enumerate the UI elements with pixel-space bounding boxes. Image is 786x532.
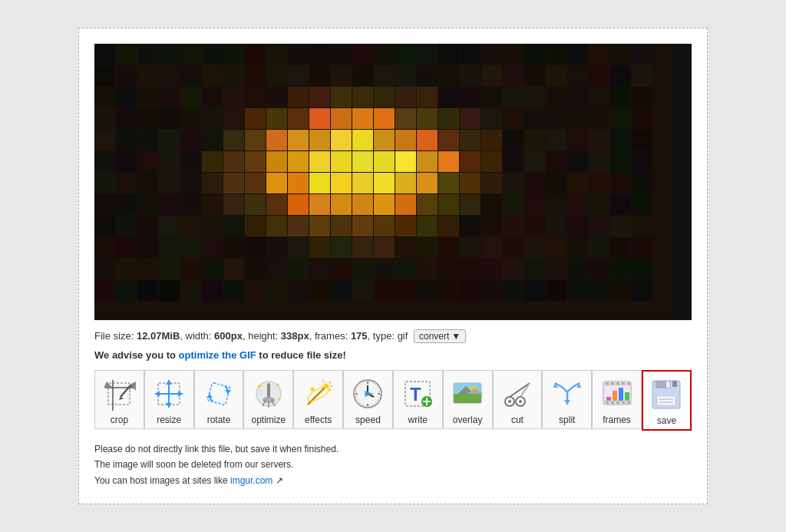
overlay-icon (449, 375, 486, 412)
svg-point-26 (278, 397, 280, 399)
svg-rect-85 (657, 396, 675, 405)
split-button[interactable]: split (542, 370, 592, 429)
frames-button[interactable]: frames (592, 370, 642, 429)
svg-marker-12 (166, 403, 172, 408)
svg-text:T: T (410, 384, 421, 405)
svg-marker-66 (564, 400, 570, 405)
file-size-value: 12.07MiB (137, 330, 180, 342)
frames-label: , frames: (309, 330, 351, 342)
overlay-label: overlay (453, 415, 483, 425)
write-button[interactable]: T write (393, 370, 443, 429)
optimize-label: optimize (252, 415, 286, 425)
svg-point-62 (519, 400, 522, 403)
rotate-label: rotate (207, 415, 231, 425)
svg-rect-74 (606, 382, 609, 385)
svg-point-24 (258, 385, 261, 388)
svg-rect-76 (616, 382, 619, 385)
gif-canvas (94, 44, 674, 320)
resize-label: resize (157, 415, 181, 425)
optimize-button[interactable]: optimize (243, 370, 293, 429)
type-label: , type: (368, 330, 398, 342)
crop-label: crop (111, 415, 128, 425)
resize-button[interactable]: resize (144, 370, 194, 429)
footer-line1: Please do not directly link this file, b… (94, 444, 339, 454)
svg-point-61 (508, 400, 511, 403)
svg-rect-78 (627, 382, 630, 385)
image-preview-area (94, 44, 692, 320)
speed-button[interactable]: speed (343, 370, 393, 429)
cut-button[interactable]: cut (493, 370, 543, 429)
rotate-button[interactable]: rotate (194, 370, 244, 429)
type-value: gif (398, 330, 408, 342)
svg-rect-90 (672, 381, 677, 387)
optimize-link[interactable]: optimize the GIF (179, 349, 256, 361)
svg-rect-77 (622, 382, 625, 385)
cut-icon (499, 375, 536, 412)
resize-icon (150, 375, 187, 412)
frames-value: 175 (351, 330, 368, 342)
svg-marker-11 (166, 380, 172, 385)
svg-marker-14 (178, 391, 183, 397)
write-icon: T (399, 375, 436, 412)
svg-rect-82 (622, 401, 625, 404)
overlay-button[interactable]: overlay (443, 370, 493, 429)
optimize-icon (250, 375, 287, 412)
convert-label: convert (419, 331, 449, 342)
save-label: save (657, 415, 676, 426)
crop-icon (101, 375, 137, 412)
svg-rect-15 (207, 382, 230, 405)
write-label: write (408, 415, 428, 425)
svg-marker-13 (155, 391, 160, 397)
split-label: split (559, 415, 575, 425)
svg-rect-80 (611, 401, 614, 404)
file-size-label: File size: (94, 330, 137, 342)
effects-icon (300, 375, 337, 412)
svg-marker-3 (104, 382, 113, 388)
width-value: 600px (214, 330, 243, 342)
effects-label: effects (305, 415, 332, 425)
speed-label: speed (355, 415, 381, 425)
cut-label: cut (511, 415, 523, 425)
optimize-prefix: We advise you to (94, 349, 179, 361)
svg-rect-81 (616, 401, 619, 404)
svg-line-30 (329, 382, 331, 383)
effects-button[interactable]: effects (293, 370, 343, 429)
svg-line-60 (520, 383, 530, 397)
svg-rect-75 (611, 382, 614, 385)
height-value: 338px (281, 330, 309, 342)
frames-icon (599, 375, 636, 412)
rotate-icon (200, 375, 237, 412)
convert-button[interactable]: convert ▼ (414, 329, 466, 343)
optimize-suffix: to reduce file size! (256, 349, 346, 361)
svg-marker-6 (119, 397, 124, 400)
save-icon (648, 376, 685, 413)
svg-rect-19 (267, 383, 270, 398)
footer-line3-prefix: You can host images at sites like (94, 475, 230, 486)
crop-button[interactable]: crop (94, 370, 144, 429)
external-link-icon: ↗ (276, 475, 283, 486)
svg-rect-83 (627, 401, 630, 404)
footer-line2: The image will soon be deleted from our … (94, 459, 293, 470)
split-icon (549, 375, 586, 412)
svg-point-35 (310, 387, 314, 391)
save-button[interactable]: save (642, 370, 692, 431)
tools-row: crop resize (94, 370, 692, 431)
footer-notes: Please do not directly link this file, b… (94, 441, 692, 488)
svg-line-59 (510, 383, 530, 397)
height-label: , height: (243, 330, 281, 342)
optimize-message: We advise you to optimize the GIF to red… (94, 349, 692, 361)
svg-marker-16 (225, 390, 231, 394)
file-info: File size: 12.07MiB, width: 600px, heigh… (94, 329, 692, 343)
imgur-link[interactable]: imgur.com (230, 475, 272, 486)
main-container: File size: 12.07MiB, width: 600px, heigh… (78, 28, 708, 504)
svg-rect-89 (666, 382, 670, 388)
svg-rect-79 (606, 401, 609, 404)
width-label: , width: (180, 330, 214, 342)
svg-rect-54 (454, 394, 481, 403)
svg-marker-17 (206, 394, 213, 398)
svg-point-25 (276, 383, 279, 385)
frames-label: frames (603, 415, 631, 425)
speed-icon (349, 375, 386, 412)
convert-down-icon: ▼ (451, 331, 461, 342)
